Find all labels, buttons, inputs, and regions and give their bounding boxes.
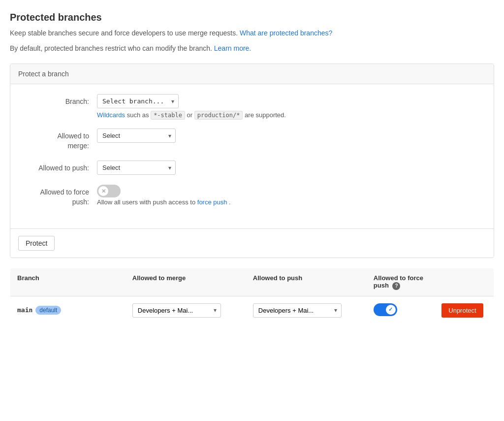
branch-cell: maindefault [10, 296, 126, 324]
merge-control-wrap: Select [97, 129, 486, 143]
push-cell: Developers + Mai... [246, 296, 367, 324]
wildcards-link[interactable]: Wildcards [97, 111, 125, 119]
unprotect-button[interactable]: Unprotect [441, 303, 483, 318]
wildcard-note: Wildcards such as *-stable or production… [97, 111, 486, 119]
push-row: Allowed to push: Select [18, 161, 486, 175]
branch-label: Branch: [18, 94, 97, 107]
protect-branch-box: Protect a branch Branch: Select branch..… [10, 64, 494, 258]
toggle-row [97, 185, 486, 197]
force-push-label: Allowed to forcepush: [18, 185, 97, 207]
learn-more-link[interactable]: Learn more. [214, 44, 251, 52]
col-action-header [435, 268, 494, 296]
push-label: Allowed to push: [18, 161, 97, 173]
protect-box-footer: Protect [10, 228, 494, 258]
table-row: maindefaultDevelopers + Mai...Developers… [10, 296, 494, 324]
default-badge: default [35, 306, 61, 315]
push-control-wrap: Select [97, 161, 486, 175]
table-head: Branch Allowed to merge Allowed to push … [10, 268, 494, 296]
row-toggle-slider [374, 303, 397, 316]
push-select[interactable]: Select [97, 161, 176, 175]
col-push-header: Allowed to push [246, 268, 367, 296]
branch-row: Branch: Select branch... Wildcards such … [18, 94, 486, 119]
force-push-help-icon[interactable]: ? [392, 282, 400, 290]
branch-control-wrap: Select branch... Wildcards such as *-sta… [97, 94, 486, 119]
force-push-control-wrap: Allow all users with push access to forc… [97, 185, 486, 206]
toggle-slider [97, 185, 121, 197]
branch-name: main [17, 306, 32, 314]
merge-row: Allowed tomerge: Select [18, 129, 486, 151]
merge-select[interactable]: Select [97, 129, 176, 143]
col-merge-header: Allowed to merge [126, 268, 246, 296]
branch-select[interactable]: Select branch... [97, 94, 179, 108]
row-push-select[interactable]: Developers + Mai... [253, 303, 342, 318]
row-toggle-knob [386, 305, 396, 315]
merge-select-wrapper: Select [97, 129, 176, 143]
row-push-select-wrapper: Developers + Mai... [253, 303, 342, 318]
force-push-row: Allowed to forcepush: Allow all users wi… [18, 185, 486, 207]
table-body: maindefaultDevelopers + Mai...Developers… [10, 296, 494, 324]
row-merge-select[interactable]: Developers + Mai... [132, 303, 221, 318]
col-branch-header: Branch [10, 268, 126, 296]
force-push-link[interactable]: force push [197, 198, 227, 206]
protect-button[interactable]: Protect [18, 236, 55, 251]
wildcard-code1: *-stable [151, 111, 185, 120]
col-force-header: Allowed to force push ? [367, 268, 435, 296]
toggle-knob [98, 186, 108, 196]
row-force-toggle[interactable] [374, 303, 397, 316]
table-header-row: Branch Allowed to merge Allowed to push … [10, 268, 494, 296]
force-push-toggle[interactable] [97, 185, 121, 197]
force-push-note: Allow all users with push access to forc… [97, 198, 486, 206]
action-cell: Unprotect [435, 296, 494, 324]
branches-table: Branch Allowed to merge Allowed to push … [10, 268, 494, 325]
subtitle2-text: By default, protected branches restrict … [10, 43, 494, 54]
subtitle-text: Keep stable branches secure and force de… [10, 28, 494, 38]
branch-select-wrapper: Select branch... [97, 94, 179, 108]
protect-box-header: Protect a branch [10, 64, 494, 84]
protected-branches-link[interactable]: What are protected branches? [240, 29, 332, 37]
force-push-cell [367, 296, 435, 324]
merge-cell: Developers + Mai... [126, 296, 246, 324]
row-merge-select-wrapper: Developers + Mai... [132, 303, 221, 318]
protect-box-body: Branch: Select branch... Wildcards such … [10, 84, 494, 228]
push-select-wrapper: Select [97, 161, 176, 175]
page-title: Protected branches [10, 12, 494, 23]
merge-label: Allowed tomerge: [18, 129, 97, 151]
wildcard-code2: production/* [194, 111, 243, 120]
